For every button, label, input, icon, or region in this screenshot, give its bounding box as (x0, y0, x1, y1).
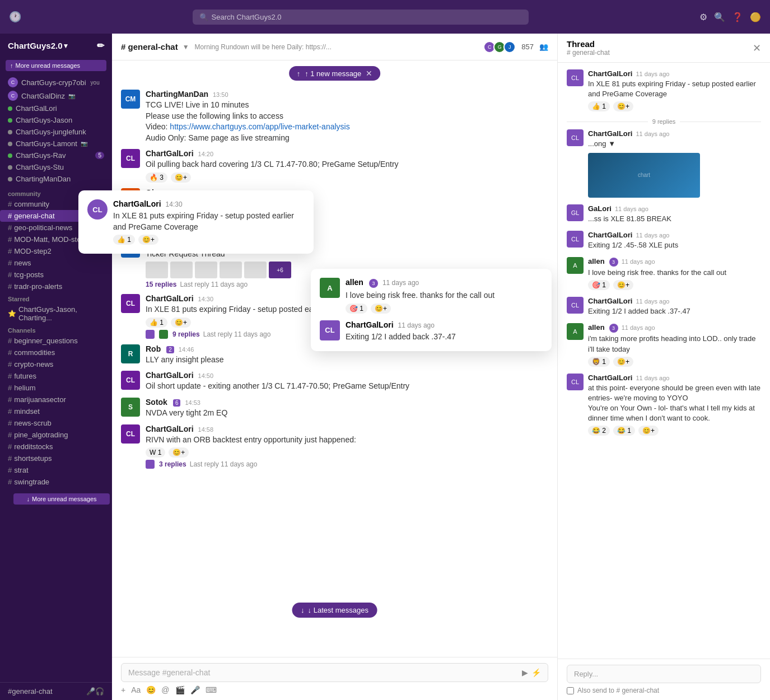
mic-input-icon[interactable]: 🎤 (190, 685, 200, 694)
popover-reaction-add[interactable]: 😊+ (138, 235, 158, 245)
new-message-banner[interactable]: ↑ ↑ 1 new message ✕ (289, 66, 381, 81)
thread-msg-author-2[interactable]: GaLori (588, 204, 612, 213)
channel-news[interactable]: # news (0, 257, 112, 269)
dm-item-3[interactable]: ChartGuys-Jason (0, 114, 112, 126)
channel-swing[interactable]: # swingtrade (0, 476, 112, 488)
dm-item-7[interactable]: ChartGuys-Stu (0, 161, 112, 173)
popover-1-text: In XLE 81 puts expiring Friday - setup p… (113, 211, 305, 232)
chat-input-box[interactable]: Message #general-chat ▶ ⚡ (121, 663, 548, 682)
video-icon[interactable]: 🎬 (175, 685, 185, 694)
reaction-fire[interactable]: 🔥 3 (146, 172, 167, 183)
popover-2-reaction-add[interactable]: 😊+ (371, 304, 391, 314)
channel-news-scrub[interactable]: # news-scrub (0, 417, 112, 429)
thread-reaction-add-6[interactable]: 😊+ (613, 357, 633, 367)
dm-item-0[interactable]: C ChartGuys-cryp7obi you (0, 76, 112, 89)
more-unread-bottom-button[interactable]: ↓ More unread messages (13, 493, 110, 505)
allen-badge-4: 3 (609, 258, 618, 267)
shortcut-icon[interactable]: ⌨ (206, 685, 217, 694)
thread-msg-author-6[interactable]: allen (588, 323, 605, 332)
also-send-checkbox[interactable] (567, 687, 574, 694)
reaction-add-4[interactable]: 😊+ (171, 318, 191, 328)
thread-msg-author-3[interactable]: ChartGalLori (588, 231, 632, 239)
send-icon[interactable]: ▶ (522, 668, 528, 677)
dm-item-5[interactable]: ChartGuys-Lamont 📷 (0, 138, 112, 150)
reaction-thumb-4[interactable]: 👍 1 (146, 318, 167, 328)
msg-author-5[interactable]: Rob (146, 344, 161, 353)
members-icon[interactable]: 👥 (539, 43, 548, 51)
channel-futures[interactable]: # futures (0, 370, 112, 382)
chevron-channel-icon[interactable]: ▼ (183, 43, 189, 51)
thread-reply-box[interactable]: Reply... (567, 665, 761, 683)
starred-item[interactable]: ⭐ ChartGuys-Jason, Charting... (0, 304, 112, 324)
msg-author-1[interactable]: ChartGalLori (146, 149, 194, 158)
msg-time-4: 14:30 (198, 296, 214, 302)
thread-reaction-add[interactable]: 😊+ (613, 101, 633, 111)
filter-icon[interactable]: ⚙ (699, 12, 707, 22)
channel-strat[interactable]: # strat (0, 464, 112, 476)
channel-beginner[interactable]: # beginner_questions (0, 335, 112, 347)
hash-icon-mod: # (8, 235, 12, 244)
thread-msg-content-1: ChartGalLori 11 days ago ...ong ▼ chart (588, 129, 761, 197)
text-format-icon[interactable]: Aa (131, 685, 141, 694)
thread-msg-author-1[interactable]: ChartGalLori (588, 129, 632, 138)
channel-tradr-pro[interactable]: # tradr-pro-alerts (0, 281, 112, 292)
emoji-icon[interactable]: 😊 (146, 685, 156, 694)
channel-tcg-posts[interactable]: # tcg-posts (0, 269, 112, 281)
mic-icon[interactable]: 🎤 (86, 687, 95, 696)
plus-icon[interactable]: + (121, 685, 125, 694)
close-banner-button[interactable]: ✕ (366, 69, 372, 78)
dm-item-1[interactable]: C ChartGalDinz 📷 (0, 89, 112, 102)
thread-reaction-thumb[interactable]: 👍 1 (588, 101, 610, 111)
latest-messages-button[interactable]: ↓ ↓ Latest messages (292, 603, 377, 618)
channel-commodities[interactable]: # commodities (0, 347, 112, 358)
thread-reaction-laugh2[interactable]: 😂 1 (613, 426, 635, 436)
thread-msg-author-4[interactable]: allen (588, 257, 605, 265)
msg-author-6[interactable]: ChartGalLori (146, 371, 194, 380)
dm-item-2[interactable]: ChartGalLori (0, 102, 112, 114)
help-icon[interactable]: ❓ (732, 12, 743, 22)
thread-reaction-target[interactable]: 🎯 1 (588, 280, 610, 290)
thread-reaction-add-7[interactable]: 😊+ (638, 426, 659, 436)
channel-pine[interactable]: # pine_algotrading (0, 429, 112, 441)
compose-icon[interactable]: ✏ (97, 40, 104, 51)
thread-reaction-add-4[interactable]: 😊+ (613, 280, 633, 290)
thread-msg-row-7: CL ChartGalLori 11 days ago at this poin… (567, 374, 761, 436)
reply-info-8[interactable]: 3 replies Last reply 11 days ago (146, 460, 548, 469)
channel-mindset[interactable]: # mindset (0, 405, 112, 417)
msg-author-7[interactable]: Sotok (146, 398, 167, 407)
video-link[interactable]: https://www.chartguys.com/app/live-marke… (170, 122, 349, 131)
channel-short[interactable]: # shortsetups (0, 452, 112, 464)
msg-author-4[interactable]: ChartGalLori (146, 294, 194, 303)
thread-msg-author-5[interactable]: ChartGalLori (588, 297, 632, 305)
at-icon[interactable]: @ (161, 685, 169, 694)
msg-author-8[interactable]: ChartGalLori (146, 424, 194, 433)
hash-icon-red: # (8, 442, 12, 451)
more-unread-top-button[interactable]: ↑ More unread messages (6, 60, 106, 71)
thread-msg-author-7[interactable]: ChartGalLori (588, 374, 632, 382)
popover-reaction-thumb[interactable]: 👍 1 (113, 235, 135, 245)
search-bar[interactable]: 🔍 Search ChartGuys2.0 (193, 10, 529, 25)
channel-reddit[interactable]: # redditstocks (0, 441, 112, 452)
search-icon-top[interactable]: 🔍 (714, 12, 725, 22)
thread-close-button[interactable]: ✕ (753, 42, 761, 54)
thread-reaction-lion[interactable]: 🦁 1 (588, 357, 610, 367)
reaction-add-8[interactable]: 😊+ (169, 447, 189, 458)
dm-item-6[interactable]: ChartGuys-Rav 5 (0, 150, 112, 161)
msg-author-0[interactable]: ChartingManDan (146, 90, 208, 99)
workspace-header[interactable]: ChartGuys2.0 ▼ ✏ (0, 34, 112, 58)
msg-avatar-8: CL (121, 424, 140, 444)
channel-crypto[interactable]: # crypto-news (0, 358, 112, 370)
user-avatar-top[interactable]: 🟡 (750, 12, 761, 22)
channel-marijuana[interactable]: # marijuanasector (0, 394, 112, 405)
dm-item-8[interactable]: ChartingManDan (0, 173, 112, 185)
channel-subtitle: Morning Rundown will be here Daily: http… (195, 43, 486, 51)
thread-msg-author-0[interactable]: ChartGalLori (588, 69, 632, 78)
headphone-icon[interactable]: 🎧 (95, 687, 104, 696)
popover-2-reaction-target[interactable]: 🎯 1 (346, 304, 367, 314)
bolt-icon[interactable]: ⚡ (531, 668, 541, 677)
reaction-w-8[interactable]: W 1 (146, 447, 165, 458)
thread-reaction-laugh1[interactable]: 😂 2 (588, 426, 610, 436)
reaction-add[interactable]: 😊+ (171, 172, 191, 183)
channel-helium[interactable]: # helium (0, 382, 112, 394)
dm-item-4[interactable]: ChartGuys-junglefunk (0, 126, 112, 138)
